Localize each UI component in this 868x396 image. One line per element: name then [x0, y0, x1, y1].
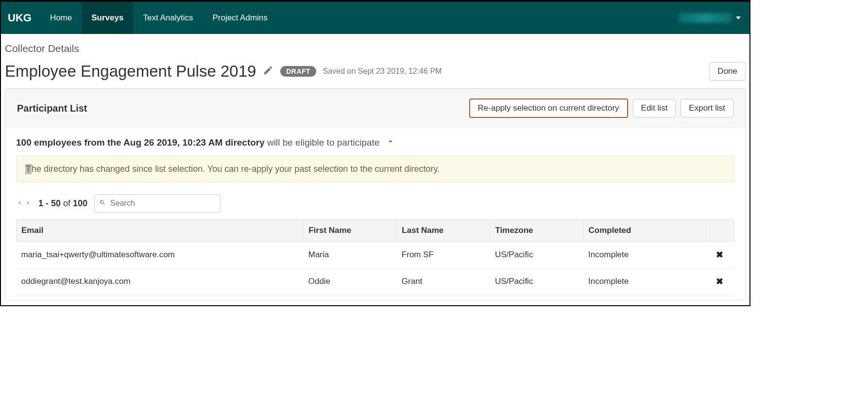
table-row: maria_tsai+qwerty@ultimatesoftware.com M… — [17, 242, 734, 268]
pager-next[interactable] — [25, 198, 32, 209]
reapply-highlight: Re-apply selection on current directory — [469, 99, 628, 118]
pager-prev[interactable] — [16, 198, 23, 209]
pencil-icon — [263, 65, 273, 76]
cell-timezone: US/Pacific — [490, 242, 583, 268]
chevron-left-icon — [16, 199, 23, 206]
chevron-right-icon — [25, 199, 32, 206]
pager-info: 1 - 50 of 100 — [38, 198, 87, 209]
edit-list-button[interactable]: Edit list — [633, 99, 676, 117]
reapply-button[interactable]: Re-apply selection on current directory — [470, 99, 627, 117]
nav-home[interactable]: Home — [40, 2, 82, 34]
page-title: Employee Engagement Pulse 2019 — [5, 62, 256, 81]
cell-first-name: Oddie — [304, 268, 397, 295]
export-list-button[interactable]: Export list — [681, 99, 733, 117]
participant-list-panel: Participant List Re-apply selection on c… — [5, 88, 746, 300]
top-nav: UKG Home Surveys Text Analytics Project … — [1, 1, 749, 34]
col-completed: Completed — [583, 220, 705, 242]
chevron-up-icon — [386, 137, 395, 146]
col-email: Email — [17, 220, 304, 242]
col-last-name: Last Name — [397, 220, 490, 242]
cell-completed: Incomplete — [583, 268, 705, 295]
edit-title-icon[interactable] — [263, 65, 273, 78]
notice-first-letter: T — [25, 164, 32, 174]
cell-completed: Incomplete — [583, 242, 705, 268]
pager-range: 1 - 50 — [38, 198, 61, 208]
panel-title: Participant List — [17, 103, 464, 114]
col-timezone: Timezone — [490, 220, 583, 242]
done-button[interactable]: Done — [709, 62, 746, 81]
saved-timestamp: Saved on Sept 23 2019, 12:46 PM — [323, 67, 442, 76]
breadcrumb: Collector Details — [5, 43, 746, 58]
collapse-toggle[interactable] — [386, 137, 395, 148]
brand-text: UKG — [8, 12, 32, 24]
status-badge: DRAFT — [280, 66, 316, 77]
cell-last-name: From SF — [397, 242, 490, 268]
eligibility-regular: will be eligible to participate — [267, 137, 379, 148]
nav-list: Home Surveys Text Analytics Project Admi… — [40, 2, 277, 34]
notice-text: he directory has changed since list sele… — [32, 164, 440, 174]
col-actions — [705, 220, 734, 242]
participant-table: Email First Name Last Name Timezone Comp… — [16, 219, 734, 295]
remove-row-button[interactable]: ✖ — [716, 277, 723, 286]
nav-project-admins[interactable]: Project Admins — [203, 2, 277, 34]
cell-email: oddiegrant@test.kanjoya.com — [17, 268, 304, 295]
eligibility-text: 100 employees from the Aug 26 2019, 10:2… — [16, 137, 734, 148]
nav-surveys[interactable]: Surveys — [82, 2, 133, 34]
cell-first-name: Maria — [304, 242, 397, 268]
eligibility-strong: 100 employees from the Aug 26 2019, 10:2… — [16, 137, 265, 148]
search-icon — [99, 199, 106, 208]
directory-changed-notice: The directory has changed since list sel… — [16, 156, 734, 182]
cell-email: maria_tsai+qwerty@ultimatesoftware.com — [17, 242, 304, 268]
search-input[interactable] — [94, 194, 221, 213]
user-name-redacted — [679, 13, 732, 23]
pager-total: 100 — [73, 198, 87, 208]
remove-row-button[interactable]: ✖ — [716, 250, 723, 260]
caret-down-icon — [736, 16, 741, 19]
user-menu[interactable] — [670, 2, 749, 34]
cell-last-name: Grant — [397, 268, 490, 295]
col-first-name: First Name — [304, 220, 397, 242]
brand-logo: UKG — [1, 2, 40, 34]
nav-text-analytics[interactable]: Text Analytics — [133, 2, 203, 34]
table-row: oddiegrant@test.kanjoya.com Oddie Grant … — [17, 268, 734, 295]
cell-timezone: US/Pacific — [490, 268, 583, 295]
